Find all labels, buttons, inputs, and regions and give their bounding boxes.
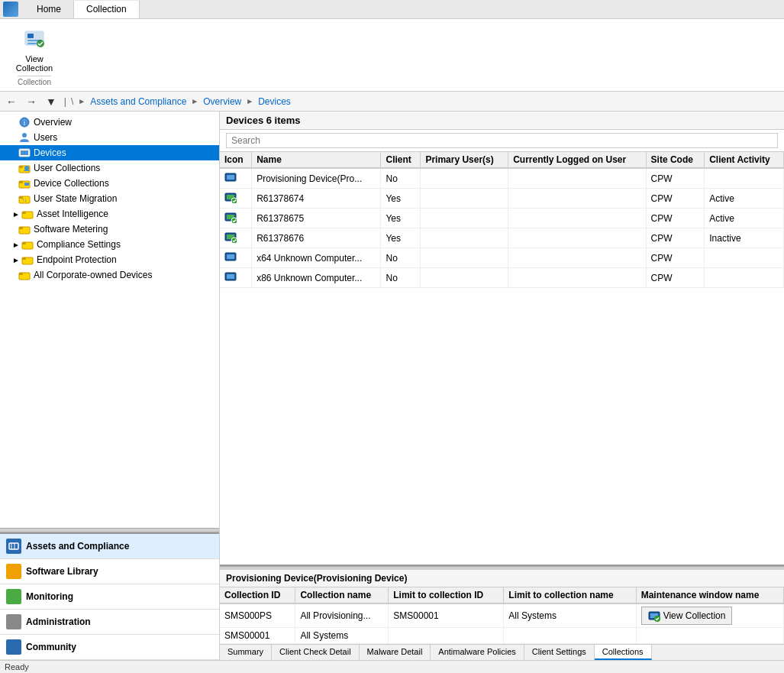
detail-col-id[interactable]: Collection ID bbox=[220, 587, 295, 603]
sidebar: i Overview Users Devices Us bbox=[0, 112, 220, 660]
sidebar-nav-monitoring[interactable]: Monitoring bbox=[0, 584, 219, 610]
cell-name: R61378675 bbox=[252, 209, 381, 228]
bottom-tab-client-settings[interactable]: Client Settings bbox=[524, 645, 595, 660]
table-row[interactable]: x86 Unknown Computer... No CPW bbox=[220, 268, 784, 288]
sidebar-item-asset-intelligence[interactable]: ► Asset Intelligence bbox=[0, 206, 219, 222]
sidebar-item-users[interactable]: Users bbox=[0, 130, 219, 145]
sidebar-item-compliance-settings[interactable]: ► Compliance Settings bbox=[0, 237, 219, 252]
sidebar-nav-monitoring-label: Monitoring bbox=[26, 591, 73, 602]
breadcrumb-overview[interactable]: Overview bbox=[203, 96, 241, 107]
cell-icon bbox=[220, 189, 252, 209]
ribbon-view-collection-button[interactable]: View Collection bbox=[10, 24, 59, 76]
detail-table-row[interactable]: SMS000PS All Provisioning... SMS00001 Al… bbox=[220, 603, 784, 628]
view-collection-table-icon bbox=[648, 610, 660, 622]
nav-bar: ← → ▼ | \ ► Assets and Compliance ► Over… bbox=[0, 92, 784, 112]
cell-primary-user bbox=[421, 268, 508, 288]
detail-table-row[interactable]: SMS00001 All Systems bbox=[220, 628, 784, 644]
svg-rect-20 bbox=[22, 212, 26, 214]
detail-col-limit-name[interactable]: Limit to collection name bbox=[504, 587, 636, 603]
sidebar-item-user-collections[interactable]: User Collections bbox=[0, 160, 219, 176]
svg-rect-15 bbox=[24, 183, 29, 186]
sidebar-nav-software[interactable]: Software Library bbox=[0, 559, 219, 584]
detail-col-limit-id[interactable]: Limit to collection ID bbox=[389, 587, 504, 603]
bottom-tab-client-check-detail[interactable]: Client Check Detail bbox=[272, 645, 360, 660]
cell-client: Yes bbox=[381, 209, 421, 228]
content-header: Devices 6 items bbox=[220, 112, 784, 130]
overview-icon: i bbox=[18, 116, 31, 128]
svg-text:i: i bbox=[24, 119, 25, 127]
breadcrumb-assets[interactable]: Assets and Compliance bbox=[90, 96, 186, 107]
cell-site-code: CPW bbox=[646, 209, 705, 228]
devices-icon bbox=[18, 147, 31, 159]
col-icon[interactable]: Icon bbox=[220, 152, 252, 168]
bottom-tab-antimalware-policies[interactable]: Antimalware Policies bbox=[431, 645, 524, 660]
compliance-icon bbox=[21, 238, 34, 251]
cell-site-code: CPW bbox=[646, 189, 705, 209]
tab-home[interactable]: Home bbox=[24, 1, 74, 18]
table-row[interactable]: R61378674 Yes CPW Active bbox=[220, 189, 784, 209]
cell-logged-user bbox=[508, 268, 646, 288]
tab-bar: Home Collection bbox=[0, 0, 784, 19]
sidebar-nav-community-label: Community bbox=[26, 642, 76, 652]
cell-icon bbox=[220, 228, 252, 248]
cell-client: No bbox=[381, 168, 421, 189]
sidebar-nav-assets[interactable]: Assets and Compliance bbox=[0, 534, 219, 559]
nav-forward-button[interactable]: → bbox=[23, 95, 40, 108]
detail-col-name[interactable]: Collection name bbox=[295, 587, 389, 603]
nav-dropdown-button[interactable]: ▼ bbox=[43, 95, 60, 108]
detail-cell-id: SMS000PS bbox=[220, 603, 295, 628]
detail-col-maintenance[interactable]: Maintenance window name bbox=[636, 587, 783, 603]
svg-point-7 bbox=[22, 133, 27, 138]
col-name[interactable]: Name bbox=[252, 152, 381, 168]
users-icon bbox=[18, 131, 31, 144]
ribbon-view-collection-label: View Collection bbox=[16, 54, 53, 73]
search-input[interactable] bbox=[226, 133, 778, 148]
cell-logged-user bbox=[508, 168, 646, 189]
col-primary-user[interactable]: Primary User(s) bbox=[421, 152, 508, 168]
sidebar-item-devices[interactable]: Devices bbox=[0, 145, 219, 160]
status-bar: Ready bbox=[0, 660, 784, 673]
cell-site-code: CPW bbox=[646, 228, 705, 248]
status-text: Ready bbox=[5, 662, 29, 671]
col-client[interactable]: Client bbox=[381, 152, 421, 168]
sidebar-nav-admin[interactable]: Administration bbox=[0, 610, 219, 635]
sidebar-item-user-state-migration[interactable]: ↑↓ User State Migration bbox=[0, 191, 219, 206]
cell-client: Yes bbox=[381, 189, 421, 209]
tab-collection[interactable]: Collection bbox=[74, 1, 140, 18]
table-row[interactable]: R61378675 Yes CPW Active bbox=[220, 209, 784, 228]
sidebar-item-software-metering[interactable]: Software Metering bbox=[0, 222, 219, 237]
sidebar-label-corporate: All Corporate-owned Devices bbox=[34, 270, 152, 280]
sidebar-item-overview[interactable]: i Overview bbox=[0, 115, 219, 130]
bottom-tab-malware-detail[interactable]: Malware Detail bbox=[360, 645, 431, 660]
cell-site-code: CPW bbox=[646, 248, 705, 268]
sidebar-label-users: Users bbox=[34, 132, 57, 143]
table-row[interactable]: R61378676 Yes CPW Inactive bbox=[220, 228, 784, 248]
cell-activity: Inactive bbox=[705, 228, 784, 248]
software-nav-icon bbox=[6, 564, 21, 579]
col-activity[interactable]: Client Activity bbox=[705, 152, 784, 168]
nav-back-button[interactable]: ← bbox=[3, 95, 20, 108]
detail-cell-limit-id: SMS00001 bbox=[389, 603, 504, 628]
cell-icon bbox=[220, 168, 252, 189]
bottom-tab-collections[interactable]: Collections bbox=[595, 645, 652, 660]
bottom-tab-summary[interactable]: Summary bbox=[220, 645, 272, 660]
sidebar-nav-community[interactable]: Community bbox=[0, 635, 219, 660]
nav-root: \ bbox=[71, 96, 73, 107]
table-row[interactable]: Provisioning Device(Pro... No CPW bbox=[220, 168, 784, 189]
detail-table: Collection ID Collection name Limit to c… bbox=[220, 587, 784, 644]
view-collection-table-button[interactable]: View Collection bbox=[641, 607, 733, 625]
col-site-code[interactable]: Site Code bbox=[646, 152, 705, 168]
sidebar-item-endpoint[interactable]: ► Endpoint Protection bbox=[0, 252, 219, 267]
table-row[interactable]: x64 Unknown Computer... No CPW bbox=[220, 248, 784, 268]
detail-cell-name: All Systems bbox=[295, 628, 389, 644]
cell-primary-user bbox=[421, 209, 508, 228]
sidebar-item-device-collections[interactable]: Device Collections bbox=[0, 176, 219, 191]
breadcrumb-devices[interactable]: Devices bbox=[258, 96, 291, 107]
svg-rect-3 bbox=[27, 43, 37, 44]
cell-name: x86 Unknown Computer... bbox=[252, 268, 381, 288]
cell-name: R61378676 bbox=[252, 228, 381, 248]
svg-rect-1 bbox=[27, 34, 34, 38]
col-logged-user[interactable]: Currently Logged on User bbox=[508, 152, 646, 168]
cell-activity: Active bbox=[705, 209, 784, 228]
sidebar-item-corporate[interactable]: All Corporate-owned Devices bbox=[0, 267, 219, 283]
